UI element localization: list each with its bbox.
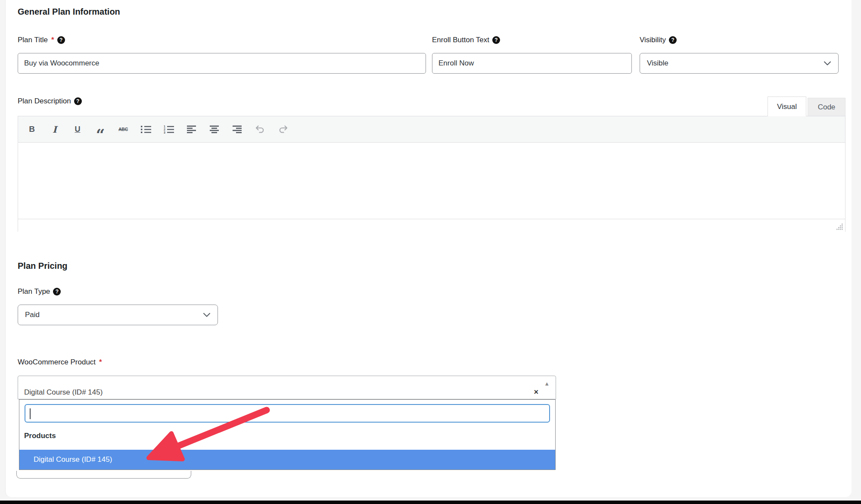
product-dropdown: Products Digital Course (ID# 145) [19, 399, 556, 470]
bulleted-list-icon[interactable] [137, 119, 155, 139]
help-icon[interactable]: ? [669, 36, 677, 44]
align-center-icon[interactable] [205, 119, 224, 139]
woocommerce-product-select[interactable]: Digital Course (ID# 145) × ▲ [18, 376, 556, 399]
redo-icon[interactable] [274, 119, 292, 139]
plan-title-label-row: Plan Title * ? [18, 36, 65, 44]
help-icon[interactable]: ? [492, 36, 500, 44]
product-search-input[interactable] [25, 404, 550, 423]
visibility-select-value: Visible [647, 59, 668, 68]
enroll-button-text-label: Enroll Button Text [432, 36, 489, 44]
tab-code[interactable]: Code [808, 98, 845, 116]
woocommerce-product-label: WooCommerce Product [18, 358, 96, 367]
dropdown-group-label: Products [24, 432, 56, 440]
help-icon[interactable]: ? [53, 288, 61, 296]
editor-content-area[interactable] [18, 143, 845, 219]
visibility-select[interactable]: Visible [640, 53, 839, 74]
italic-icon[interactable]: I [45, 119, 64, 139]
section-title-pricing: Plan Pricing [18, 261, 68, 271]
bold-icon[interactable]: B [22, 119, 41, 139]
resize-grip-icon[interactable] [836, 223, 843, 230]
plan-title-input[interactable] [18, 53, 426, 74]
help-icon[interactable]: ? [74, 97, 82, 105]
undo-icon[interactable] [251, 119, 270, 139]
screen-edge-bar [0, 501, 861, 504]
align-left-icon[interactable] [182, 119, 201, 139]
strikethrough-icon[interactable]: ABC [114, 119, 133, 139]
text-caret [30, 408, 31, 419]
plan-type-label-row: Plan Type ? [18, 287, 61, 296]
svg-text:3: 3 [164, 131, 165, 134]
enroll-button-text-label-row: Enroll Button Text ? [432, 36, 500, 44]
visibility-label-row: Visibility ? [640, 36, 677, 44]
dropdown-option-digital-course[interactable]: Digital Course (ID# 145) [19, 450, 555, 470]
plan-type-select-value: Paid [25, 311, 40, 319]
editor-status-bar [18, 219, 845, 232]
tab-visual[interactable]: Visual [768, 96, 806, 116]
plan-description-editor: B I U “ ABC 1 2 3 [18, 116, 845, 232]
plan-type-label: Plan Type [18, 287, 50, 296]
woocommerce-product-label-row: WooCommerce Product * [18, 358, 102, 367]
plan-description-label-row: Plan Description ? [18, 97, 82, 106]
selected-product-value: Digital Course (ID# 145) [24, 388, 103, 397]
blockquote-icon[interactable]: “ [91, 119, 110, 139]
clear-selection-icon[interactable]: × [534, 388, 538, 396]
section-title-general: General Plan Information [18, 7, 120, 17]
required-asterisk: * [51, 36, 54, 44]
plan-description-label: Plan Description [18, 97, 71, 106]
align-right-icon[interactable] [228, 119, 247, 139]
plan-type-select[interactable]: Paid [18, 305, 218, 325]
underline-icon[interactable]: U [68, 119, 87, 139]
help-icon[interactable]: ? [57, 36, 65, 44]
enroll-button-text-input[interactable] [432, 53, 632, 74]
content-panel: General Plan Information Plan Title * ? … [5, 0, 852, 497]
visibility-label: Visibility [640, 36, 666, 44]
chevron-down-icon [203, 313, 211, 317]
svg-text:2: 2 [164, 128, 165, 131]
partially-hidden-input[interactable] [16, 471, 191, 479]
numbered-list-icon[interactable]: 1 2 3 [159, 119, 178, 139]
required-asterisk: * [99, 358, 102, 367]
editor-toolbar: B I U “ ABC 1 2 3 [18, 116, 845, 143]
chevron-down-icon [824, 61, 831, 65]
plan-title-label: Plan Title [18, 36, 48, 44]
caret-up-icon: ▲ [544, 381, 550, 386]
